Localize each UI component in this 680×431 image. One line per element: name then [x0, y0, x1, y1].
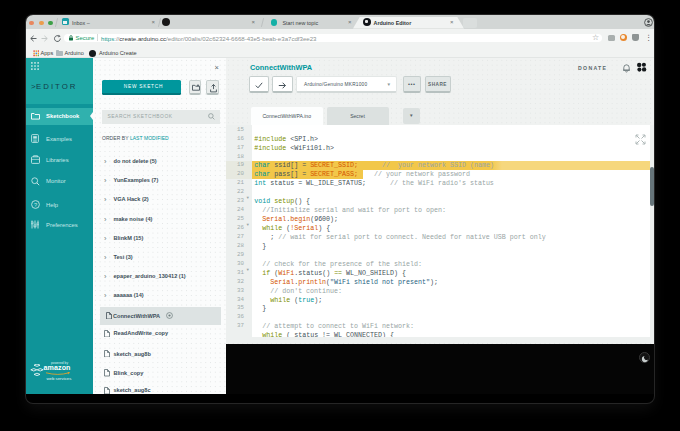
svg-text:?: ? [33, 202, 36, 208]
